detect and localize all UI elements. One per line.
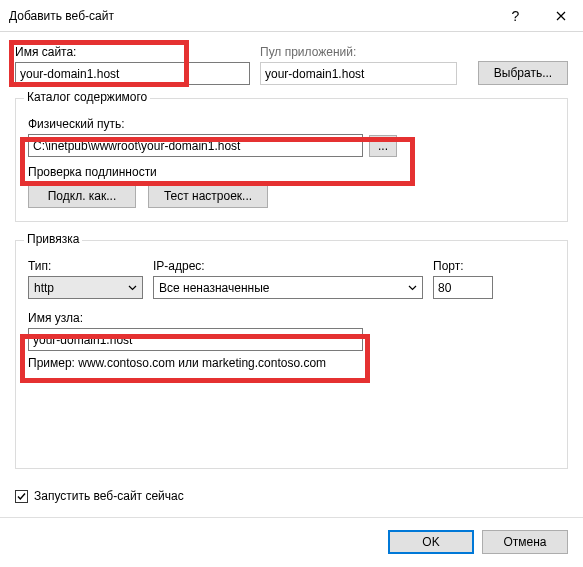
app-pool-label: Пул приложений: bbox=[260, 45, 457, 59]
help-button[interactable]: ? bbox=[493, 0, 538, 31]
site-name-input[interactable] bbox=[15, 62, 250, 85]
auth-label: Проверка подлинности bbox=[28, 165, 555, 179]
content-group-legend: Каталог содержимого bbox=[24, 90, 150, 104]
binding-ip-select[interactable]: Все неназначенные bbox=[153, 276, 423, 299]
close-icon bbox=[556, 11, 566, 21]
title-bar: Добавить веб-сайт ? bbox=[0, 0, 583, 32]
binding-ip-value: Все неназначенные bbox=[159, 281, 270, 295]
binding-ip-label: IP-адрес: bbox=[153, 259, 423, 273]
content-group: Каталог содержимого Физический путь: ...… bbox=[15, 98, 568, 222]
physical-path-input[interactable] bbox=[28, 134, 363, 157]
check-icon bbox=[16, 491, 27, 502]
dialog-separator bbox=[0, 517, 583, 518]
physical-path-label: Физический путь: bbox=[28, 117, 555, 131]
browse-path-button[interactable]: ... bbox=[369, 135, 397, 157]
binding-group-legend: Привязка bbox=[24, 232, 82, 246]
dialog-body: Имя сайта: Пул приложений: Выбрать... Ка… bbox=[0, 32, 583, 567]
checkbox-box bbox=[15, 490, 28, 503]
host-name-input[interactable] bbox=[28, 328, 363, 351]
app-pool-input bbox=[260, 62, 457, 85]
binding-group: Привязка Тип: http IP-адрес: Все неназна… bbox=[15, 240, 568, 469]
host-example: Пример: www.contoso.com или marketing.co… bbox=[28, 356, 555, 370]
window-title: Добавить веб-сайт bbox=[0, 9, 493, 23]
close-button[interactable] bbox=[538, 0, 583, 31]
connect-as-button[interactable]: Подкл. как... bbox=[28, 184, 136, 208]
binding-type-value: http bbox=[34, 281, 54, 295]
site-name-label: Имя сайта: bbox=[15, 45, 250, 59]
start-now-checkbox[interactable]: Запустить веб-сайт сейчас bbox=[15, 489, 184, 503]
test-settings-button[interactable]: Тест настроек... bbox=[148, 184, 268, 208]
start-now-label: Запустить веб-сайт сейчас bbox=[34, 489, 184, 503]
chevron-down-icon bbox=[128, 285, 137, 291]
binding-port-label: Порт: bbox=[433, 259, 493, 273]
binding-port-input[interactable] bbox=[433, 276, 493, 299]
choose-app-pool-button[interactable]: Выбрать... bbox=[478, 61, 568, 85]
binding-type-select[interactable]: http bbox=[28, 276, 143, 299]
host-name-label: Имя узла: bbox=[28, 311, 555, 325]
chevron-down-icon bbox=[408, 285, 417, 291]
binding-type-label: Тип: bbox=[28, 259, 143, 273]
cancel-button[interactable]: Отмена bbox=[482, 530, 568, 554]
ok-button[interactable]: OK bbox=[388, 530, 474, 554]
